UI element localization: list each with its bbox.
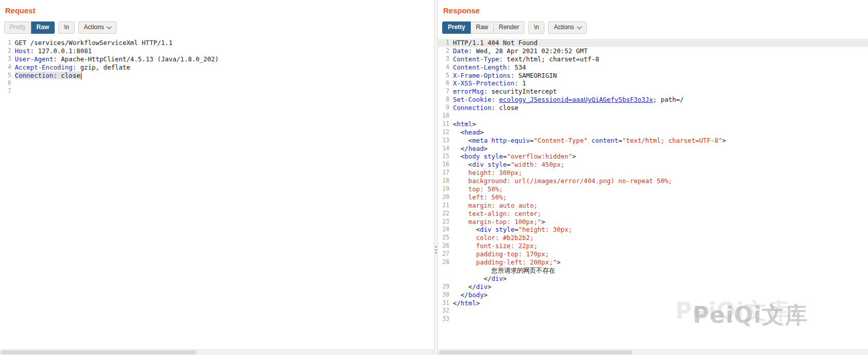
code-line[interactable]: 33 <box>438 315 868 323</box>
code-line[interactable]: 2Date: Wed, 28 Apr 2021 02:20:52 GMT <box>438 47 868 55</box>
line-number: 3 <box>0 55 15 63</box>
code-line[interactable]: 27 padding-top: 170px; <box>438 250 868 258</box>
code-line-text: User-Agent: Apache-HttpClient/4.5.13 (Ja… <box>15 55 219 63</box>
request-view-tabs: PrettyRaw <box>4 21 55 34</box>
request-tabbar: PrettyRaw \n Actions <box>0 16 434 34</box>
code-line[interactable]: 7errorMsg: securityIntercept <box>438 87 868 96</box>
response-tabbar: PrettyRawRender \n Actions <box>438 16 868 34</box>
code-line[interactable]: 18 background: url(/images/error/404.png… <box>438 177 868 185</box>
code-line[interactable]: 26 font-size: 22px; <box>438 242 868 250</box>
code-line-text: padding-left: 200px;"> <box>453 258 561 267</box>
code-line[interactable]: 6X-XSS-Protection: 1 <box>438 79 868 87</box>
code-line-text: text-align: center; <box>453 210 541 218</box>
line-number: 8 <box>438 96 453 104</box>
line-number: 1 <box>0 39 15 47</box>
code-line[interactable]: 19 top: 50%; <box>438 185 868 193</box>
response-newline-tab[interactable]: \n <box>528 21 544 34</box>
code-line-text: color: #b2b2b2; <box>453 234 534 242</box>
code-line-text: </div> <box>453 275 507 283</box>
code-line[interactable]: 4Accept-Encoding: gzip, deflate <box>0 63 434 72</box>
code-line[interactable]: 15 <body style="overflow:hidden"> <box>438 152 868 161</box>
code-line[interactable]: 21 margin: auto auto; <box>438 202 868 210</box>
code-line-text: Connection: close <box>453 104 518 112</box>
request-horizontal-scrollbar[interactable] <box>0 349 434 355</box>
code-line[interactable]: 30 </body> <box>438 291 868 299</box>
code-line[interactable]: 11<html> <box>438 120 868 128</box>
line-number: 24 <box>438 226 453 234</box>
code-line-text: Accept-Encoding: gzip, deflate <box>15 63 130 72</box>
request-tab-raw[interactable]: Raw <box>31 21 55 34</box>
code-line[interactable]: 10 <box>438 112 868 120</box>
line-number: 2 <box>438 47 453 55</box>
line-number: 4 <box>438 63 453 72</box>
code-line-text: Content-Length: 534 <box>453 63 526 72</box>
line-number: 29 <box>438 283 453 291</box>
chevron-down-icon <box>577 24 582 29</box>
code-line[interactable]: 1HTTP/1.1 404 Not Found <box>438 39 868 47</box>
line-number: 26 <box>438 242 453 250</box>
code-line-text: </head> <box>453 145 488 153</box>
code-line[interactable]: 3User-Agent: Apache-HttpClient/4.5.13 (J… <box>0 55 434 63</box>
line-number: 6 <box>438 79 453 87</box>
code-line[interactable]: 1GET /services/WorkflowServiceXml HTTP/1… <box>0 39 434 47</box>
request-editor[interactable]: 1GET /services/WorkflowServiceXml HTTP/1… <box>0 39 434 349</box>
code-line-text: Content-Type: text/html; charset=utf-8 <box>453 55 599 63</box>
code-line[interactable]: 5Connection: close <box>0 72 434 80</box>
code-line[interactable]: 12 <head> <box>438 128 868 137</box>
code-line[interactable]: 23 margin-top: 100px;"> <box>438 218 868 226</box>
response-horizontal-scrollbar[interactable] <box>438 349 868 355</box>
code-line[interactable]: 9Connection: close <box>438 104 868 112</box>
code-line[interactable]: 3Content-Type: text/html; charset=utf-8 <box>438 55 868 63</box>
code-line[interactable]: 14 </head> <box>438 145 868 153</box>
response-tab-render[interactable]: Render <box>494 21 524 34</box>
code-line-text: margin: auto auto; <box>453 202 538 210</box>
code-line[interactable]: 4Content-Length: 534 <box>438 63 868 72</box>
request-title: Request <box>5 6 35 15</box>
code-line[interactable]: 6 <box>0 79 434 87</box>
code-line-text: background: url(/images/error/404.png) n… <box>453 177 672 185</box>
response-scrollbar-thumb[interactable] <box>439 350 632 354</box>
code-line[interactable]: 32 <box>438 307 868 315</box>
line-number: 5 <box>438 72 453 80</box>
code-line-text: <div style="height: 30px; <box>453 226 572 234</box>
line-number: 17 <box>438 169 453 177</box>
code-line-text: height: 300px; <box>453 169 522 177</box>
code-line[interactable]: 17 height: 300px; <box>438 169 868 177</box>
http-message-viewer: Request PrettyRaw \n Actions 1GET /servi… <box>0 0 868 355</box>
code-line[interactable]: 25 color: #b2b2b2; <box>438 234 868 242</box>
response-editor[interactable]: 1HTTP/1.1 404 Not Found2Date: Wed, 28 Ap… <box>438 39 868 349</box>
chevron-down-icon <box>107 24 112 29</box>
code-line[interactable]: 20 left: 50%; <box>438 193 868 202</box>
code-line[interactable]: 7 <box>0 87 434 96</box>
request-scrollbar-thumb[interactable] <box>1 350 196 354</box>
request-actions-button[interactable]: Actions <box>78 21 117 34</box>
code-line[interactable]: 16 <div style="width: 450px; <box>438 161 868 169</box>
response-title: Response <box>443 6 480 15</box>
code-line-text: left: 50%; <box>453 193 507 202</box>
request-tab-pretty[interactable]: Pretty <box>4 21 31 34</box>
response-actions-button[interactable]: Actions <box>548 21 586 34</box>
request-actions-label: Actions <box>84 24 104 31</box>
code-line[interactable]: 8Set-Cookie: ecology_JSessionid=aaaUyQiA… <box>438 96 868 104</box>
panel-divider[interactable] <box>434 0 438 355</box>
code-line-text: X-Frame-Options: SAMEORIGIN <box>453 72 557 80</box>
code-line[interactable]: 5X-Frame-Options: SAMEORIGIN <box>438 72 868 80</box>
code-line[interactable]: 31</html> <box>438 299 868 307</box>
request-newline-tab[interactable]: \n <box>58 21 75 34</box>
line-number: 18 <box>438 177 453 185</box>
code-line[interactable]: </div> <box>438 275 868 283</box>
line-number: 28 <box>438 258 453 267</box>
code-line[interactable]: 22 text-align: center; <box>438 210 868 218</box>
code-line[interactable]: 24 <div style="height: 30px; <box>438 226 868 234</box>
code-line[interactable]: 13 <meta http-equiv="Content-Type" conte… <box>438 137 868 145</box>
code-line[interactable]: 您所请求的网页不存在 <box>438 267 868 275</box>
response-tab-pretty[interactable]: Pretty <box>442 21 471 34</box>
code-line[interactable]: 28 padding-left: 200px;"> <box>438 258 868 267</box>
code-line-text: 您所请求的网页不存在 <box>453 267 555 275</box>
code-line[interactable]: 2Host: 127.0.0.1:8081 <box>0 47 434 55</box>
response-tab-raw[interactable]: Raw <box>471 21 494 34</box>
divider-grip-icon <box>436 246 437 254</box>
code-line-text: </div> <box>453 283 491 291</box>
code-line[interactable]: 29 </div> <box>438 283 868 291</box>
text-cursor <box>81 73 82 79</box>
